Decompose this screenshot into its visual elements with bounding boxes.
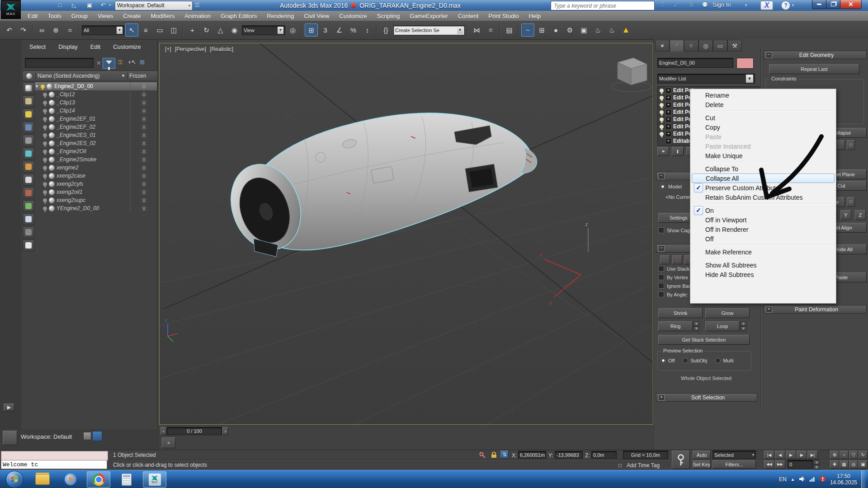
angle-snap-icon[interactable]: ∠ <box>333 23 346 37</box>
window-crossing-toggle-icon[interactable]: ◫ <box>167 23 180 37</box>
menu-tools[interactable]: Tools <box>42 13 66 19</box>
list-item[interactable]: _Engine2ES_02 <box>35 139 157 147</box>
next-key-button[interactable]: ▶▶ <box>775 460 785 469</box>
time-slider-frame-display[interactable]: 0 / 100 <box>167 427 222 435</box>
visibility-bulb-icon[interactable] <box>43 182 47 186</box>
menu-item-on[interactable]: ✓On <box>692 206 835 215</box>
expand-modifier-icon[interactable]: + <box>665 102 671 108</box>
list-item[interactable]: _Clip14 <box>35 107 157 115</box>
z-coordinate-field[interactable]: 0,0m <box>591 451 617 459</box>
menu-modifiers[interactable]: Modifiers <box>146 13 179 19</box>
modifier-bulb-icon[interactable] <box>660 125 664 129</box>
rendered-frame-window-icon[interactable]: ▣ <box>577 23 590 37</box>
zoom-region-icon[interactable]: ▦ <box>840 460 849 469</box>
rollout-soft-selection[interactable]: +Soft Selection <box>656 393 757 402</box>
select-object-icon[interactable]: ↖ <box>125 23 138 37</box>
viewport-view-label[interactable]: [Perspective] <box>175 46 206 52</box>
object-color-swatch[interactable] <box>736 58 754 69</box>
collapse-rollout-icon[interactable]: − <box>766 52 772 58</box>
select-and-link-icon[interactable]: ∞ <box>35 23 48 37</box>
modifier-bulb-icon[interactable] <box>660 89 664 93</box>
list-item[interactable]: _Engine2Smoke <box>35 155 157 164</box>
select-and-rotate-icon[interactable]: ↻ <box>200 23 213 37</box>
next-frame-button[interactable]: ▶ <box>797 450 807 459</box>
reference-coordinate-dropdown[interactable]: View▼ <box>242 25 285 35</box>
show-hidden-icons-icon[interactable]: ▲ <box>791 477 795 482</box>
taskbar-calculator[interactable] <box>115 471 138 488</box>
close-button[interactable]: ✕ <box>840 0 862 9</box>
menu-item-make-unique[interactable]: Make Unique <box>692 151 835 160</box>
list-item[interactable]: _Engine2Oil <box>35 147 157 155</box>
expand-modifier-icon[interactable]: + <box>665 138 671 144</box>
preview-multi-radio[interactable] <box>715 358 721 363</box>
orbit-subobject-icon[interactable]: ◎ <box>849 460 858 469</box>
mirror-icon[interactable]: ⋈ <box>470 23 483 37</box>
menu-views[interactable]: Views <box>93 13 118 19</box>
3ds-max-logo[interactable]: MAX <box>1 0 21 19</box>
visibility-bulb-icon[interactable] <box>43 174 47 178</box>
list-item[interactable]: xxeng2supc <box>35 196 157 204</box>
percent-snap-icon[interactable]: % <box>347 23 360 37</box>
display-tab[interactable]: ▭ <box>713 40 727 52</box>
favorites-star-icon[interactable]: ☆ <box>685 0 697 9</box>
set-key-mode-button[interactable]: Set Key <box>693 460 711 469</box>
field-of-view-icon[interactable]: ▽ <box>849 450 858 459</box>
frozen-cell[interactable] <box>130 139 157 147</box>
visibility-bulb-icon[interactable] <box>43 198 47 202</box>
restore-button[interactable] <box>826 0 840 9</box>
previous-frame-button[interactable]: ‹ <box>160 427 166 435</box>
pin-stack-button[interactable]: ⚭ <box>657 147 669 156</box>
by-vertex-checkbox[interactable] <box>658 274 664 280</box>
snaps-toggle-3d-icon[interactable]: 3 <box>319 23 332 37</box>
display-hidden-icon[interactable] <box>23 226 34 238</box>
layers-icon[interactable] <box>83 432 91 440</box>
visibility-bulb-icon[interactable] <box>43 101 47 105</box>
list-item[interactable]: ▼Engine2_D0_00 <box>35 82 157 90</box>
help-icon[interactable]: ? <box>781 1 790 10</box>
visibility-bulb-icon[interactable] <box>43 125 47 129</box>
loop-spinner[interactable]: ▲▼ <box>741 321 746 331</box>
expand-arrow-icon[interactable]: ▼ <box>35 84 39 89</box>
network-icon[interactable] <box>809 476 816 483</box>
expand-rollout-icon[interactable]: + <box>766 306 772 313</box>
select-and-move-icon[interactable]: + <box>186 23 199 37</box>
preview-off-radio-row[interactable]: Off <box>660 358 675 363</box>
menu-item-off-in-viewport[interactable]: Off in Viewport <box>692 215 835 225</box>
minimize-button[interactable] <box>812 0 826 9</box>
frozen-cell[interactable] <box>130 155 157 164</box>
sign-in-button[interactable]: Sign In <box>712 1 731 8</box>
display-notes-icon[interactable] <box>23 239 34 251</box>
perspective-viewport[interactable]: [+] [Perspective] [Realistic] <box>159 43 653 425</box>
collapse-rollout-icon[interactable]: − <box>658 173 665 179</box>
frozen-cell[interactable] <box>130 147 157 155</box>
previous-frame-button[interactable]: ◀ <box>775 450 785 459</box>
undo-dropdown-icon[interactable]: ▾ <box>108 1 112 9</box>
view-cube[interactable] <box>611 58 651 92</box>
menu-item-copy[interactable]: Copy <box>692 122 835 132</box>
select-and-manipulate-icon[interactable]: ◉ <box>228 23 241 37</box>
menu-item-rename[interactable]: Rename <box>692 90 835 100</box>
viewport-menu-plus[interactable]: [+] <box>165 46 171 52</box>
menu-help[interactable]: Help <box>524 13 546 19</box>
menu-edit[interactable]: Edit <box>23 13 42 19</box>
frozen-cell[interactable] <box>130 180 157 188</box>
create-tab[interactable]: ✶ <box>655 40 670 52</box>
show-desktop-button[interactable] <box>861 470 866 488</box>
display-containers-icon[interactable] <box>23 187 34 199</box>
frozen-cell[interactable] <box>130 90 157 99</box>
visibility-bulb-icon[interactable] <box>43 190 47 194</box>
taskbar-3ds-max[interactable]: MAX <box>143 471 166 488</box>
by-angle--checkbox[interactable] <box>658 291 664 297</box>
expand-modifier-icon[interactable]: + <box>665 95 671 101</box>
y-button[interactable]: Y <box>840 210 851 220</box>
current-frame-field[interactable]: 0 <box>788 460 813 469</box>
open-file-icon[interactable]: ◺ <box>69 1 80 9</box>
hierarchy-tab[interactable]: ⑂ <box>684 40 698 52</box>
frozen-cell[interactable] <box>130 82 157 90</box>
frozen-cell[interactable] <box>130 172 157 180</box>
select-children-icon[interactable]: ⊞ <box>140 59 145 66</box>
motion-tab[interactable]: ◎ <box>698 40 713 52</box>
list-item[interactable]: xxeng2case <box>35 172 157 180</box>
auto-key-button[interactable]: Auto <box>693 450 711 459</box>
settings-box-button[interactable]: □ <box>847 140 855 150</box>
